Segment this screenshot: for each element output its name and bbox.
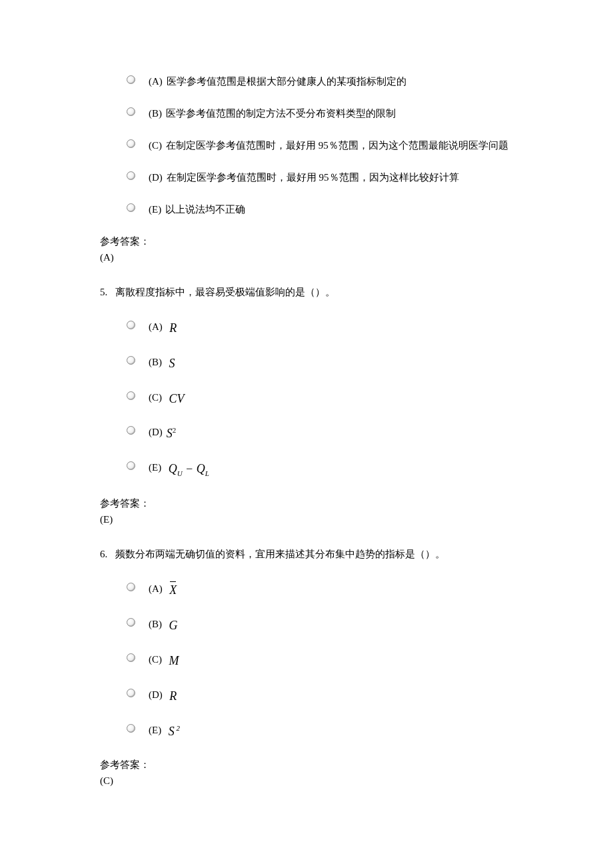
- option-label: (A): [149, 319, 163, 335]
- option-label: (D): [149, 169, 163, 185]
- option-label: (E): [149, 459, 161, 475]
- option-label: (C): [149, 651, 162, 667]
- q6-option-d: (D) R: [100, 687, 513, 706]
- math-M: M: [166, 651, 179, 671]
- q4-option-b: (B) 医学参考值范围的制定方法不受分布资料类型的限制: [100, 105, 513, 121]
- math-Xbar: X: [167, 581, 177, 600]
- option-label: (C): [149, 137, 162, 153]
- answer-value: (C): [100, 773, 513, 789]
- radio-icon[interactable]: [127, 618, 135, 627]
- math-G: G: [166, 616, 178, 635]
- option-label: (B): [149, 105, 162, 121]
- q5-option-c: (C) CV: [100, 389, 513, 409]
- math-R: R: [167, 687, 177, 706]
- radio-icon[interactable]: [127, 461, 135, 470]
- q6-option-a: (A) X: [100, 581, 513, 600]
- option-label: (D): [149, 687, 163, 703]
- math-S-squared: S 2: [165, 722, 180, 741]
- question-number: 6.: [100, 546, 107, 562]
- answer-label: 参考答案：: [100, 495, 513, 511]
- question-5: 5. 离散程度指标中，最容易受极端值影响的是（）。: [100, 284, 513, 300]
- option-label: (E): [149, 201, 161, 217]
- q4-option-c: (C) 在制定医学参考值范围时，最好用 95％范围，因为这个范围最能说明医学问题: [100, 137, 513, 153]
- math-QU-QL: QU − QL: [165, 459, 209, 479]
- q5-option-d: (D) S2: [100, 424, 513, 443]
- radio-icon[interactable]: [127, 171, 135, 180]
- option-label: (B): [149, 354, 162, 370]
- math-CV: CV: [166, 389, 185, 409]
- option-label: (E): [149, 722, 161, 738]
- q4-option-a: (A) 医学参考值范围是根据大部分健康人的某项指标制定的: [100, 73, 513, 89]
- math-S-squared: S2: [167, 424, 177, 443]
- answer-label: 参考答案：: [100, 757, 513, 773]
- math-R: R: [167, 319, 177, 338]
- q4-option-e: (E) 以上说法均不正确: [100, 201, 513, 217]
- radio-icon[interactable]: [127, 689, 135, 697]
- option-label: (A): [149, 73, 163, 89]
- q6-option-b: (B) G: [100, 616, 513, 635]
- option-label: (A): [149, 581, 163, 597]
- option-text: 医学参考值范围的制定方法不受分布资料类型的限制: [166, 105, 396, 121]
- question-number: 5.: [100, 284, 107, 300]
- radio-icon[interactable]: [127, 75, 135, 84]
- math-S: S: [166, 354, 175, 373]
- option-label: (C): [149, 389, 162, 405]
- option-text: 在制定医学参考值范围时，最好用 95％范围，因为这样比较好计算: [167, 169, 459, 185]
- radio-icon[interactable]: [127, 203, 135, 212]
- answer-value: (E): [100, 511, 513, 527]
- radio-icon[interactable]: [127, 653, 135, 662]
- radio-icon[interactable]: [127, 724, 135, 733]
- radio-icon[interactable]: [127, 391, 135, 400]
- question-6: 6. 频数分布两端无确切值的资料，宜用来描述其分布集中趋势的指标是（）。: [100, 546, 513, 562]
- option-label: (D): [149, 424, 163, 440]
- q5-option-e: (E) QU − QL: [100, 459, 513, 479]
- answer-label: 参考答案：: [100, 233, 513, 249]
- radio-icon[interactable]: [127, 321, 135, 329]
- q6-option-e: (E) S 2: [100, 722, 513, 741]
- radio-icon[interactable]: [127, 583, 135, 591]
- radio-icon[interactable]: [127, 107, 135, 116]
- option-text: 在制定医学参考值范围时，最好用 95％范围，因为这个范围最能说明医学问题: [166, 137, 508, 153]
- option-text: 医学参考值范围是根据大部分健康人的某项指标制定的: [167, 73, 406, 89]
- option-text: 以上说法均不正确: [165, 201, 245, 217]
- radio-icon[interactable]: [127, 426, 135, 435]
- radio-icon[interactable]: [127, 356, 135, 365]
- option-label: (B): [149, 616, 162, 632]
- q6-option-c: (C) M: [100, 651, 513, 671]
- radio-icon[interactable]: [127, 139, 135, 148]
- question-text: 频数分布两端无确切值的资料，宜用来描述其分布集中趋势的指标是（）。: [115, 546, 445, 562]
- question-text: 离散程度指标中，最容易受极端值影响的是（）。: [115, 284, 335, 300]
- answer-value: (A): [100, 249, 513, 265]
- q5-option-a: (A) R: [100, 319, 513, 338]
- q5-option-b: (B) S: [100, 354, 513, 373]
- q4-option-d: (D) 在制定医学参考值范围时，最好用 95％范围，因为这样比较好计算: [100, 169, 513, 185]
